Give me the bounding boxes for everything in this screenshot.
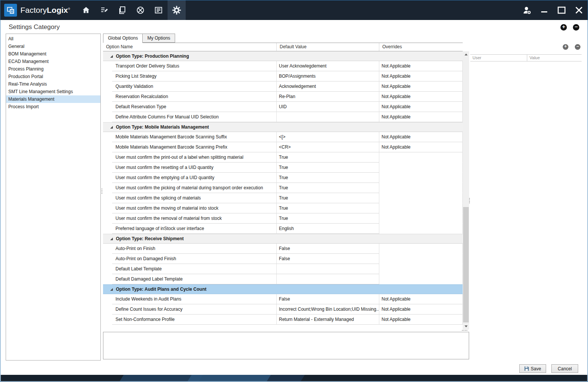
row-indent[interactable]	[103, 193, 112, 203]
sidebar-item-materials-management[interactable]: Materials Management	[6, 95, 100, 103]
remove-override-button[interactable]: −	[575, 44, 580, 50]
dispatch-icon[interactable]	[131, 0, 149, 20]
row-indent[interactable]	[103, 71, 112, 81]
option-name-cell[interactable]: Auto-Print on Finish	[112, 244, 277, 254]
option-name-cell[interactable]: Preferred language of inStock user inter…	[112, 224, 277, 234]
default-value-cell[interactable]: Re-Plan	[277, 92, 379, 102]
option-name-cell[interactable]: User must confirm the removal of materia…	[112, 213, 277, 224]
row-indent[interactable]	[103, 92, 112, 102]
overrides-cell[interactable]	[379, 264, 463, 274]
overrides-cell[interactable]: Not Applicable	[379, 81, 463, 92]
scroll-down-button[interactable]	[463, 323, 469, 330]
overrides-cell[interactable]	[379, 224, 463, 234]
sidebar-item-smt-line-management-settings[interactable]: SMT Line Management Settings	[6, 88, 100, 95]
overrides-cell[interactable]: Not Applicable	[379, 102, 463, 112]
add-override-button[interactable]: +	[563, 44, 568, 50]
overrides-cell[interactable]	[379, 244, 463, 254]
option-row[interactable]: Define Attribute Columns For Manual UID …	[103, 112, 463, 122]
option-name-cell[interactable]: User must confirm the emptying of a UID …	[112, 173, 277, 183]
option-name-cell[interactable]: Default Reservation Type	[112, 102, 277, 112]
row-indent[interactable]	[103, 244, 112, 254]
row-indent[interactable]	[103, 61, 112, 71]
overrides-cell[interactable]	[379, 254, 463, 264]
row-indent[interactable]	[103, 274, 112, 284]
option-row[interactable]: User must confirm the removal of materia…	[103, 213, 463, 224]
sidebar-item-production-portal[interactable]: Production Portal	[6, 73, 100, 80]
row-indent[interactable]	[103, 152, 112, 163]
default-value-cell[interactable]: True	[277, 163, 379, 173]
option-name-cell[interactable]: Set Non-Conformance Profile	[112, 314, 277, 325]
overrides-cell[interactable]	[379, 213, 463, 224]
default-value-cell[interactable]: False	[277, 244, 379, 254]
scrollbar-thumb[interactable]	[463, 207, 469, 322]
option-row[interactable]: User must confirm the picking of materia…	[103, 183, 463, 193]
default-value-cell[interactable]: True	[277, 213, 379, 224]
option-row[interactable]: User must confirm the moving of material…	[103, 203, 463, 213]
option-row[interactable]: Default Label Template	[103, 264, 463, 274]
sidebar-item-process-planning[interactable]: Process Planning	[6, 65, 100, 73]
default-value-cell[interactable]: Incorrect Count;Wrong Bin Location;UID M…	[277, 304, 379, 314]
row-indent[interactable]	[103, 183, 112, 193]
column-header-overrides[interactable]: Overrides	[379, 43, 463, 51]
default-value-cell[interactable]: BOP/Assignments	[277, 71, 379, 81]
option-row[interactable]: Default Reservation TypeUIDNot Applicabl…	[103, 102, 463, 112]
column-header-value[interactable]: Value	[527, 55, 582, 61]
default-value-cell[interactable]: <CR>	[277, 142, 379, 152]
overrides-cell[interactable]	[379, 152, 463, 163]
option-row[interactable]: Transport Order Delivery StatusUser Ackn…	[103, 61, 463, 71]
option-row[interactable]: Mobile Materials Management Barcode Scan…	[103, 132, 463, 142]
tab-global-options[interactable]: Global Options	[103, 34, 143, 43]
row-indent[interactable]	[103, 314, 112, 325]
option-name-cell[interactable]: Include Weekends in Audit Plans	[112, 294, 277, 304]
scroll-up-button[interactable]	[463, 51, 469, 58]
option-row[interactable]: Auto-Print on FinishFalse	[103, 244, 463, 254]
overrides-cell[interactable]: Not Applicable	[379, 132, 463, 142]
description-box[interactable]	[103, 332, 469, 359]
default-value-cell[interactable]	[277, 112, 379, 122]
row-indent[interactable]	[103, 173, 112, 183]
overrides-cell[interactable]	[379, 203, 463, 213]
overrides-cell[interactable]: Not Applicable	[379, 304, 463, 314]
option-row[interactable]: Reservation RecalculationRe-PlanNot Appl…	[103, 92, 463, 102]
overrides-cell[interactable]	[379, 163, 463, 173]
group-collapse-arrow-icon[interactable]	[110, 126, 113, 129]
column-header-option-name[interactable]: Option Name	[103, 43, 277, 51]
sidebar-splitter[interactable]	[101, 188, 103, 196]
overrides-cell[interactable]	[379, 274, 463, 284]
sidebar-item-real-time-analysis[interactable]: Real-Time Analysis	[6, 80, 100, 88]
settings-gear-icon[interactable]	[168, 0, 186, 20]
sidebar-item-general[interactable]: General	[6, 43, 100, 50]
row-indent[interactable]	[103, 142, 112, 152]
default-value-cell[interactable]: True	[277, 152, 379, 163]
overrides-cell[interactable]: Not Applicable	[379, 142, 463, 152]
comment-box-splitter[interactable]	[460, 329, 469, 331]
option-row[interactable]: Auto-Print on Damaged FinishFalse	[103, 254, 463, 264]
option-row[interactable]: Preferred language of inStock user inter…	[103, 224, 463, 234]
vertical-scrollbar[interactable]	[463, 51, 469, 330]
default-value-cell[interactable]: True	[277, 203, 379, 213]
overrides-cell[interactable]: Not Applicable	[379, 61, 463, 71]
option-name-cell[interactable]: User must confirm the print-out of a lab…	[112, 152, 277, 163]
row-indent[interactable]	[103, 203, 112, 213]
add-category-button[interactable]: +	[560, 24, 567, 31]
overrides-cell[interactable]: Not Applicable	[379, 71, 463, 81]
default-value-cell[interactable]: Return Material - Externally Managed	[277, 314, 379, 325]
default-value-cell[interactable]: <[>	[277, 132, 379, 142]
option-row[interactable]: User must confirm the emptying of a UID …	[103, 173, 463, 183]
option-row[interactable]: Set Non-Conformance ProfileReturn Materi…	[103, 314, 463, 325]
option-name-cell[interactable]: Quantity Validation	[112, 81, 277, 92]
option-group-header[interactable]: Option Type: Production Planning	[103, 51, 463, 61]
default-value-cell[interactable]	[277, 264, 379, 274]
default-value-cell[interactable]	[277, 274, 379, 284]
row-indent[interactable]	[103, 304, 112, 314]
option-name-cell[interactable]: Default Damaged Label Template	[112, 274, 277, 284]
row-indent[interactable]	[103, 163, 112, 173]
option-row[interactable]: Quantity ValidationAcknowledgementNot Ap…	[103, 81, 463, 92]
edit-list-icon[interactable]	[95, 0, 113, 20]
option-name-cell[interactable]: Mobile Materials Management Barcode Scan…	[112, 142, 277, 152]
option-group-header[interactable]: Option Type: Mobile Materials Management	[103, 122, 463, 132]
home-icon[interactable]	[77, 0, 95, 20]
group-collapse-arrow-icon[interactable]	[110, 55, 113, 58]
overrides-cell[interactable]	[379, 173, 463, 183]
group-collapse-arrow-icon[interactable]	[110, 238, 113, 240]
